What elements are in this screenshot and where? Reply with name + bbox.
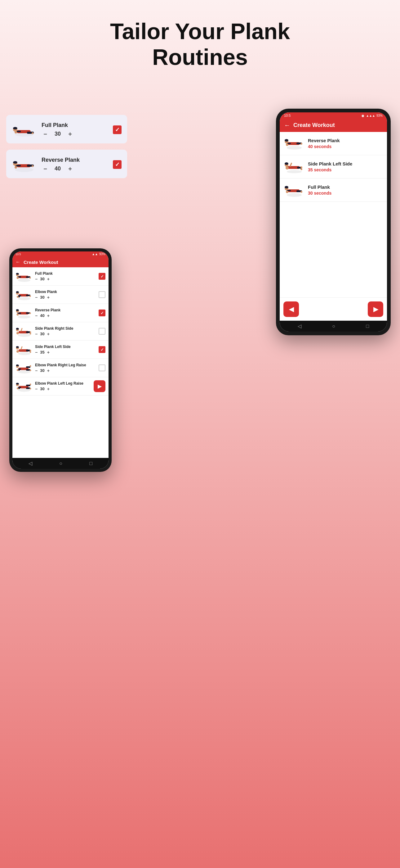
status-icons-large: ⏰ ▲▲▲ 93% — [361, 114, 382, 117]
small-checkbox-side-right[interactable] — [99, 328, 105, 335]
svg-point-24 — [287, 170, 302, 173]
battery-large: 93% — [376, 114, 382, 117]
svg-point-69 — [16, 332, 19, 334]
small-figure-elbow-right-leg — [15, 361, 33, 374]
full-plank-info: Full Plank − 30 + — [41, 122, 108, 138]
workout-list-large: Reverse Plank 40 seconds — [280, 132, 387, 298]
svg-point-12 — [14, 166, 17, 168]
small-checkbox-full-plank[interactable]: ✓ — [99, 273, 105, 280]
svg-point-70 — [29, 332, 31, 333]
svg-rect-86 — [26, 366, 30, 368]
prev-button-large[interactable]: ◀ — [284, 302, 299, 317]
svg-point-55 — [29, 296, 31, 297]
svg-point-20 — [286, 144, 288, 146]
svg-line-83 — [21, 347, 22, 349]
svg-point-28 — [300, 166, 302, 168]
small-item-elbow-plank: Elbow Plank − 30 + — [12, 286, 108, 304]
svg-point-66 — [18, 334, 30, 337]
svg-point-33 — [287, 193, 302, 197]
small-minus-full-plank[interactable]: − — [35, 277, 37, 282]
reverse-plank-duration-large: 40 seconds — [308, 144, 382, 149]
small-minus-side-left[interactable]: − — [35, 350, 37, 355]
small-plus-elbow-plank[interactable]: + — [47, 295, 49, 300]
small-figure-side-right — [15, 325, 33, 338]
small-minus-elbow-left-leg[interactable]: − — [35, 386, 37, 392]
small-val-reverse-plank: 40 — [40, 313, 44, 318]
workout-item-full-plank-large: Full Plank 30 seconds — [280, 179, 387, 202]
svg-point-40 — [285, 186, 288, 188]
small-checkbox-side-left[interactable]: ✓ — [99, 346, 105, 353]
reverse-plank-text-large: Reverse Plank 40 seconds — [308, 138, 382, 149]
svg-point-103 — [29, 388, 31, 390]
svg-line-32 — [290, 163, 292, 166]
small-checkbox-elbow-plank[interactable] — [99, 291, 105, 298]
small-item-side-left: Side Plank Left Side − 35 + ✓ — [12, 341, 108, 359]
small-checkbox-reverse-plank[interactable]: ✓ — [99, 310, 105, 316]
svg-point-101 — [17, 388, 19, 389]
small-info-side-right: Side Plank Right Side − 30 + — [35, 326, 96, 337]
small-minus-elbow-plank[interactable]: − — [35, 295, 37, 300]
small-minus-side-right[interactable]: − — [35, 332, 37, 337]
svg-point-62 — [16, 314, 19, 316]
android-back-small[interactable]: ◁ — [29, 460, 32, 466]
small-figure-elbow-plank — [15, 288, 33, 301]
small-checkbox-elbow-right-leg[interactable] — [99, 365, 105, 371]
small-counter-side-right: − 30 + — [35, 332, 96, 337]
android-back-large[interactable]: ◁ — [298, 323, 301, 329]
small-plus-side-right[interactable]: + — [47, 332, 49, 337]
small-minus-elbow-right-leg[interactable]: − — [35, 368, 37, 373]
back-button-large[interactable]: ← — [284, 122, 290, 129]
full-plank-checkbox[interactable] — [113, 125, 122, 134]
full-plank-card: Full Plank − 30 + — [6, 115, 127, 144]
reverse-plank-plus[interactable]: + — [66, 165, 74, 173]
small-plus-full-plank[interactable]: + — [47, 277, 49, 282]
reverse-plank-counter: − 40 + — [41, 165, 108, 173]
full-plank-label-large: Full Plank — [308, 184, 382, 190]
small-counter-elbow-plank: − 30 + — [35, 295, 96, 300]
small-next-icon: ▶ — [98, 383, 101, 389]
small-val-full-plank: 30 — [40, 277, 44, 281]
reverse-plank-checkbox[interactable] — [113, 160, 122, 169]
small-item-side-right: Side Plank Right Side − 30 + — [12, 322, 108, 341]
svg-point-84 — [18, 370, 30, 373]
svg-line-74 — [21, 329, 22, 331]
status-icons-small: ▲▲ 93% — [92, 252, 105, 256]
svg-point-49 — [18, 297, 30, 300]
svg-point-5 — [32, 132, 33, 134]
small-val-side-right: 30 — [40, 332, 44, 336]
reverse-plank-figure-large — [284, 136, 304, 151]
workout-item-side-plank-left: Side Plank Left Side 35 seconds — [280, 155, 387, 179]
small-plus-elbow-left-leg[interactable]: + — [47, 386, 49, 392]
svg-point-13 — [32, 165, 33, 167]
back-button-small[interactable]: ← — [15, 259, 21, 265]
small-minus-reverse-plank[interactable]: − — [35, 313, 37, 318]
next-button-large[interactable]: ▶ — [368, 302, 383, 317]
small-plus-side-left[interactable]: + — [47, 350, 49, 355]
small-plus-elbow-right-leg[interactable]: + — [47, 368, 49, 373]
svg-point-23 — [285, 139, 288, 142]
battery-small: 93% — [99, 252, 105, 256]
svg-point-71 — [29, 333, 31, 335]
reverse-plank-minus[interactable]: − — [41, 165, 49, 173]
android-recent-small[interactable]: □ — [90, 461, 93, 466]
android-nav-large: ◁ ○ □ — [280, 321, 387, 332]
small-figure-full-plank — [15, 270, 33, 283]
svg-point-27 — [286, 166, 289, 169]
small-item-full-plank: Full Plank − 30 + ✓ — [12, 267, 108, 286]
small-val-elbow-plank: 30 — [40, 295, 44, 300]
svg-point-15 — [13, 161, 18, 164]
small-name-elbow-left-leg: Elbow Plank Left Leg Raise — [35, 381, 91, 385]
small-next-button[interactable]: ▶ — [94, 380, 105, 392]
android-home-small[interactable]: ○ — [59, 461, 62, 466]
small-item-elbow-left-leg: Elbow Plank Left Leg Raise − 30 + ▶ — [12, 377, 108, 396]
phone-nav-large: ◀ ▶ — [280, 298, 387, 321]
small-figure-side-left — [15, 343, 33, 356]
small-val-side-left: 35 — [40, 350, 44, 354]
android-recent-large[interactable]: □ — [366, 323, 369, 329]
android-home-large[interactable]: ○ — [332, 323, 335, 329]
svg-point-37 — [286, 191, 288, 193]
full-plank-plus[interactable]: + — [66, 130, 74, 138]
small-plus-reverse-plank[interactable]: + — [47, 313, 49, 318]
svg-point-54 — [17, 296, 19, 298]
full-plank-minus[interactable]: − — [41, 130, 49, 138]
